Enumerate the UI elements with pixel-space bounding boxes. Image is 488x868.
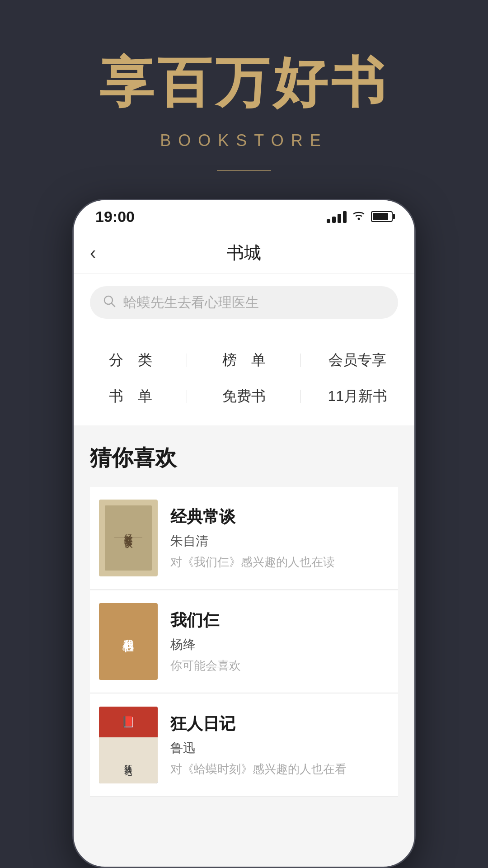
book-title-2: 我们仨: [170, 609, 389, 632]
book-cover-1: 经典常谈 一: [99, 500, 158, 576]
main-title: 享百万好书: [99, 47, 389, 120]
nav-bar: ‹ 书城: [74, 233, 414, 274]
book-cover-3: 📕 狂人日记: [99, 707, 158, 783]
status-time: 19:00: [95, 208, 135, 226]
header-section: 享百万好书 BOOKSTORE: [0, 0, 488, 217]
category-newbooks[interactable]: 11月新书: [301, 387, 414, 406]
cover-inner-1: 经典常谈 一: [105, 505, 152, 571]
svg-point-0: [358, 218, 360, 220]
category-free-label: 免费书: [222, 387, 266, 406]
signal-bar-1: [327, 219, 330, 223]
book-desc-1: 对《我们仨》感兴趣的人也在读: [170, 554, 389, 570]
subtitle: BOOKSTORE: [160, 131, 328, 150]
svg-line-2: [112, 303, 115, 307]
diary-icon: 📕: [122, 716, 135, 728]
book-author-1: 朱自清: [170, 533, 389, 550]
search-icon: [103, 294, 116, 311]
wifi-icon: [352, 209, 366, 224]
signal-bar-3: [338, 214, 341, 223]
back-button[interactable]: ‹: [90, 243, 96, 263]
book-title-1: 经典常谈: [170, 506, 389, 528]
signal-bar-2: [332, 217, 336, 223]
category-shudan-label: 书 单: [109, 387, 152, 406]
category-shudan[interactable]: 书 单: [74, 387, 187, 406]
category-newbooks-label: 11月新书: [328, 387, 388, 406]
cover-3-top: 📕: [99, 707, 158, 737]
book-author-3: 鲁迅: [170, 740, 389, 757]
category-bangdan[interactable]: 榜 单: [187, 350, 300, 370]
battery-fill: [373, 213, 388, 220]
book-list: 经典常谈 一 经典常谈 朱自清 对《我们仨》感兴趣的人也在读 我们仨: [90, 487, 398, 797]
search-placeholder: 蛤蟆先生去看心理医生: [123, 293, 259, 312]
book-item-3[interactable]: 📕 狂人日记 狂人日记 鲁迅 对《蛤蟆时刻》感兴趣的人也在看: [90, 694, 398, 797]
category-member[interactable]: 会员专享: [301, 350, 414, 370]
book-info-1: 经典常谈 朱自清 对《我们仨》感兴趣的人也在读: [170, 506, 389, 570]
book-info-3: 狂人日记 鲁迅 对《蛤蟆时刻》感兴趣的人也在看: [170, 713, 389, 777]
cover-text-3: 狂人日记: [123, 759, 134, 762]
category-row-2: 书 单 免费书 11月新书: [74, 378, 414, 415]
divider: [217, 170, 271, 171]
search-bar[interactable]: 蛤蟆先生去看心理医生: [90, 286, 398, 319]
book-item-2[interactable]: 我们仨 杨绛 我们仨 杨绛 你可能会喜欢: [90, 590, 398, 693]
category-free[interactable]: 免费书: [187, 387, 300, 406]
book-desc-2: 你可能会喜欢: [170, 658, 389, 674]
book-info-2: 我们仨 杨绛 你可能会喜欢: [170, 609, 389, 674]
status-bar: 19:00: [74, 200, 414, 233]
book-desc-3: 对《蛤蟆时刻》感兴趣的人也在看: [170, 761, 389, 777]
book-author-2: 杨绛: [170, 636, 389, 653]
book-cover-2: 我们仨 杨绛: [99, 603, 158, 680]
book-item-1[interactable]: 经典常谈 一 经典常谈 朱自清 对《我们仨》感兴趣的人也在读: [90, 487, 398, 590]
category-bangdan-label: 榜 单: [222, 350, 266, 370]
cover-text-1: 经典常谈: [123, 528, 134, 535]
search-container: 蛤蟆先生去看心理医生: [74, 274, 414, 331]
category-fenglei-label: 分 类: [109, 350, 152, 370]
category-menu: 分 类 榜 单 会员专享 书 单 免费书 11月新书: [74, 331, 414, 425]
section-title: 猜你喜欢: [90, 443, 398, 472]
nav-title: 书城: [227, 241, 261, 264]
signal-icon: [327, 210, 347, 223]
category-fenglei[interactable]: 分 类: [74, 350, 187, 370]
book-title-3: 狂人日记: [170, 713, 389, 735]
category-member-label: 会员专享: [328, 350, 386, 370]
phone-mockup: 19:00 ‹ 书城: [72, 199, 416, 868]
category-row-1: 分 类 榜 单 会员专享: [74, 342, 414, 378]
cover-text-2: 我们仨: [122, 631, 135, 637]
signal-bar-4: [343, 211, 347, 223]
status-icons: [327, 209, 393, 224]
recommendations-section: 猜你喜欢 经典常谈 一 经典常谈 朱自清 对《我们仨》感兴趣的人也在读: [74, 425, 414, 816]
cover-3-bottom: 狂人日记: [99, 737, 158, 783]
battery-icon: [371, 211, 393, 222]
